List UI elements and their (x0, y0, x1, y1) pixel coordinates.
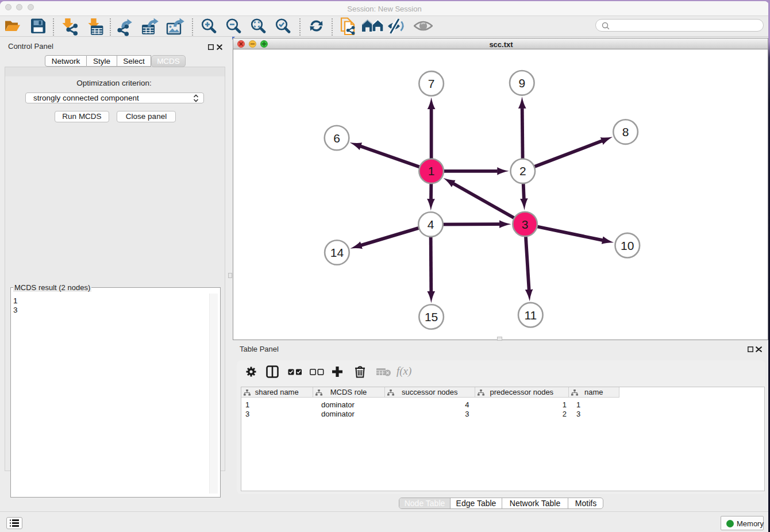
svg-text:2: 2 (519, 164, 526, 178)
svg-text:10: 10 (621, 239, 634, 252)
svg-text:15: 15 (425, 310, 438, 323)
svg-text:11: 11 (524, 309, 537, 322)
svg-text:14: 14 (330, 246, 344, 259)
svg-text:3: 3 (522, 218, 529, 231)
svg-text:1: 1 (428, 164, 435, 178)
svg-text:9: 9 (518, 76, 525, 90)
svg-text:7: 7 (428, 77, 435, 90)
svg-text:6: 6 (333, 132, 340, 145)
svg-text:8: 8 (622, 125, 629, 138)
svg-text:4: 4 (428, 218, 434, 231)
